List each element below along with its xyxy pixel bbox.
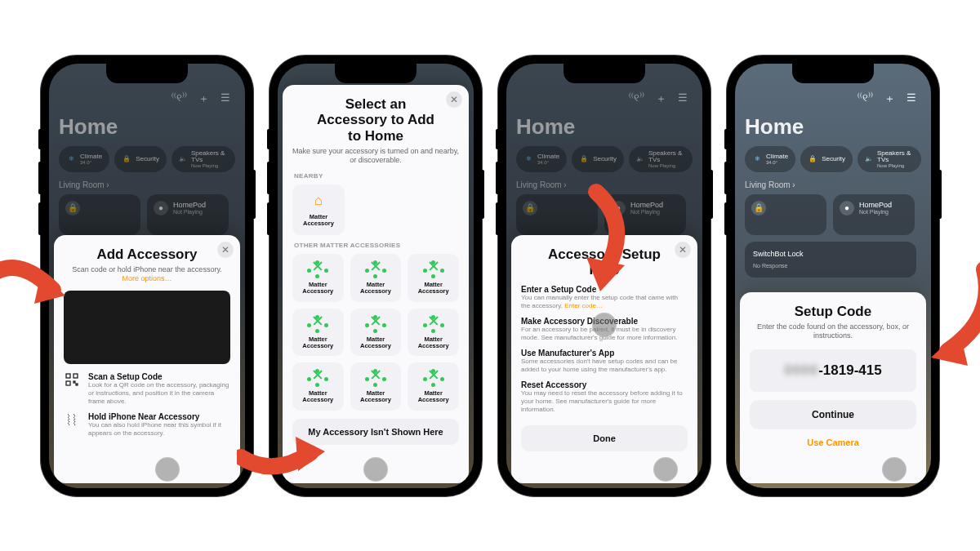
close-icon[interactable]: ✕ xyxy=(446,91,462,108)
phone-4: ⁽⁽୧⁾⁾＋☰ Home ❄︎Climate34.0° 🔒Security 🔈S… xyxy=(727,56,939,496)
svg-rect-3 xyxy=(74,381,75,383)
not-shown-button[interactable]: My Accessory Isn't Shown Here xyxy=(292,419,459,445)
sheet-subtitle: Make sure your accessory is turned on an… xyxy=(292,147,459,166)
done-button[interactable]: Done xyxy=(521,425,688,451)
more-icon[interactable]: ☰ xyxy=(220,91,230,106)
option-scan-code[interactable]: Scan a Setup CodeLook for a QR code on t… xyxy=(64,372,230,406)
matter-accessory-card[interactable]: Matter Accessory xyxy=(292,309,344,357)
phone-1: ⁽⁽୧⁾⁾ ＋ ☰ Home ❄︎Climate34.0° 🔒Security … xyxy=(41,56,253,496)
screen-2: ⁽⁽୧⁾⁾＋☰ ✕ Select an Accessory to Add to … xyxy=(278,64,474,488)
sheet-title: Setup Code xyxy=(766,304,900,320)
matter-grid: Matter Accessory Matter Accessory Matter… xyxy=(292,254,459,411)
matter-icon xyxy=(423,260,444,278)
sheet-select-accessory: ✕ Select an Accessory to Add to Home Mak… xyxy=(283,85,469,483)
section-other: OTHER MATTER ACCESSORIES xyxy=(294,242,457,249)
page-title: Home xyxy=(59,114,235,140)
qr-icon xyxy=(64,372,80,406)
matter-accessory-card[interactable]: Matter Accessory xyxy=(350,254,402,302)
matter-accessory-card[interactable]: Matter Accessory xyxy=(408,362,459,411)
chip-speakers[interactable]: 🔈Speakers & TVsNow Playing xyxy=(172,146,235,172)
screen-3: ⁽⁽୧⁾⁾＋☰ Home ❄︎Climate34.0° 🔒Security 🔈S… xyxy=(506,64,702,488)
phone-2: ⁽⁽୧⁾⁾＋☰ ✕ Select an Accessory to Add to … xyxy=(270,56,482,496)
enter-code-link[interactable]: Enter code… xyxy=(564,302,603,309)
camera-viewfinder[interactable] xyxy=(64,291,230,364)
sheet-subtitle: Enter the code found on the accessory, b… xyxy=(750,322,916,341)
svg-rect-1 xyxy=(74,374,78,378)
assistive-touch-icon[interactable] xyxy=(592,313,617,337)
matter-icon xyxy=(307,260,328,278)
matter-icon xyxy=(365,369,386,387)
help-enter-code[interactable]: Enter a Setup Code You can manually ente… xyxy=(521,285,688,310)
lock-icon: 🔒 xyxy=(122,154,131,164)
matter-icon xyxy=(365,315,386,333)
matter-accessory-card[interactable]: Matter Accessory xyxy=(292,254,344,302)
matter-accessory-card[interactable]: Matter Accessory xyxy=(408,309,459,357)
matter-icon xyxy=(423,369,444,387)
matter-icon xyxy=(307,315,328,333)
matter-icon xyxy=(423,315,444,333)
add-icon[interactable]: ＋ xyxy=(198,91,209,106)
home-toolbar: ⁽⁽୧⁾⁾ ＋ ☰ xyxy=(59,88,235,113)
nearby-accessory-card[interactable]: ⌂ Matter Accessory xyxy=(292,184,345,236)
section-nearby: NEARBY xyxy=(294,172,457,180)
continue-button[interactable]: Continue xyxy=(750,400,916,429)
tile-homepod[interactable]: ●HomePodNot Playing xyxy=(147,194,229,235)
sheet-title: Add Accessory xyxy=(80,247,214,263)
sheet-title: Select an Accessory to Add to Home xyxy=(309,96,443,144)
phone-3: ⁽⁽୧⁾⁾＋☰ Home ❄︎Climate34.0° 🔒Security 🔈S… xyxy=(498,56,710,496)
lock-icon: 🔒 xyxy=(65,201,80,216)
matter-icon xyxy=(307,369,328,387)
svg-rect-2 xyxy=(66,381,70,385)
screen-4: ⁽⁽୧⁾⁾＋☰ Home ❄︎Climate34.0° 🔒Security 🔈S… xyxy=(735,64,931,488)
sheet-setup-help: ✕ Accessory Setup Help Enter a Setup Cod… xyxy=(511,235,697,483)
sheet-subtitle: Scan code or hold iPhone near the access… xyxy=(64,265,230,284)
screen-1: ⁽⁽୧⁾⁾ ＋ ☰ Home ❄︎Climate34.0° 🔒Security … xyxy=(49,64,245,488)
assistive-touch-icon[interactable] xyxy=(653,457,678,482)
help-reset: Reset Accessory You may need to reset th… xyxy=(521,380,688,414)
room-label[interactable]: Living Room › xyxy=(59,180,235,189)
svg-rect-0 xyxy=(66,374,70,378)
home-icon: ⌂ xyxy=(301,193,336,209)
matter-accessory-card[interactable]: Matter Accessory xyxy=(408,254,459,302)
assistive-touch-icon[interactable] xyxy=(155,457,180,482)
use-camera-link[interactable]: Use Camera xyxy=(750,429,916,449)
homepod-icon: ● xyxy=(154,201,168,216)
close-icon[interactable]: ✕ xyxy=(217,242,234,258)
matter-accessory-card[interactable]: Matter Accessory xyxy=(350,309,402,357)
assistive-touch-icon[interactable] xyxy=(363,457,388,482)
sheet-add-accessory: ✕ Add Accessory Scan code or hold iPhone… xyxy=(54,235,240,483)
chip-security[interactable]: 🔒Security xyxy=(114,146,167,172)
matter-icon xyxy=(365,260,386,278)
matter-accessory-card[interactable]: Matter Accessory xyxy=(350,362,402,411)
nfc-icon: ⦚⦚ xyxy=(64,412,80,438)
chip-climate[interactable]: ❄︎Climate34.0° xyxy=(59,146,109,172)
sheet-title: Accessory Setup Help xyxy=(537,247,671,278)
setup-code-field[interactable]: 0000-1819-415 xyxy=(750,349,916,392)
broadcast-icon[interactable]: ⁽⁽୧⁾⁾ xyxy=(172,91,187,106)
help-manufacturer-app: Use Manufacturer's App Some accessories … xyxy=(521,349,688,374)
more-options-link[interactable]: More options… xyxy=(122,274,172,282)
sheet-setup-code: Setup Code Enter the code found on the a… xyxy=(740,292,926,483)
svg-rect-4 xyxy=(76,384,78,385)
assistive-touch-icon[interactable] xyxy=(882,457,906,482)
close-icon[interactable]: ✕ xyxy=(675,242,691,258)
matter-accessory-card[interactable]: Matter Accessory xyxy=(292,362,344,411)
option-nfc[interactable]: ⦚⦚ Hold iPhone Near AccessoryYou can als… xyxy=(64,412,230,438)
climate-icon: ❄︎ xyxy=(66,154,76,164)
speaker-icon: 🔈 xyxy=(179,154,187,164)
tile-lock-small[interactable]: 🔒 xyxy=(59,194,140,235)
